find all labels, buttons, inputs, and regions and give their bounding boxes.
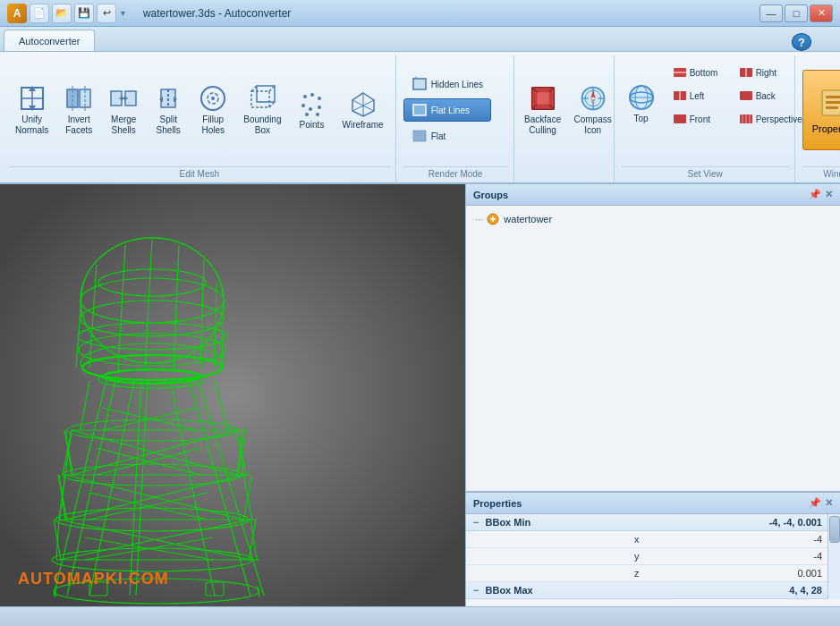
invert-facets-button[interactable]: InvertFacets	[58, 65, 99, 155]
unify-normals-label: UnifyNormals	[15, 114, 48, 136]
properties-panel-pin[interactable]: 📌	[809, 497, 821, 509]
title-bar-controls: — □ ✕	[759, 4, 833, 22]
backface-culling-icon	[529, 84, 557, 113]
viewport[interactable]: AUTOMAPKI.COM	[0, 184, 465, 606]
properties-panel: Properties 📌 ✕ − BBox Min -4, -4, 0.001	[465, 493, 840, 606]
groups-panel-title: Groups	[473, 190, 508, 200]
groups-panel-close[interactable]: ✕	[825, 189, 833, 200]
bottom-view-icon	[673, 65, 687, 80]
bounding-box-button[interactable]: BoundingBox	[237, 65, 287, 155]
perspective-view-label: Perspective	[756, 114, 802, 124]
render-mode-content: Hidden Lines Flat Lines	[403, 55, 508, 165]
right-view-button[interactable]: Right	[733, 63, 795, 82]
split-shells-icon	[154, 84, 182, 113]
group-dots: ···	[475, 215, 482, 224]
bbox-min-section: − BBox Min -4, -4, 0.001	[466, 514, 840, 531]
backface-content: BackfaceCulling CompassIcon	[522, 55, 608, 165]
split-shells-label: SplitShells	[157, 114, 181, 136]
top-view-button[interactable]: Top	[622, 59, 661, 148]
unify-normals-icon	[18, 84, 47, 113]
left-view-label: Left	[690, 91, 705, 101]
svg-line-24	[269, 102, 275, 107]
qat-dropdown[interactable]: ▼	[119, 9, 127, 18]
left-view-button[interactable]: Left	[666, 86, 729, 106]
svg-rect-41	[413, 105, 426, 115]
bottom-view-button[interactable]: Bottom	[666, 63, 729, 82]
right-panel: Groups 📌 ✕ ··· watertower	[465, 184, 840, 606]
unify-normals-button[interactable]: UnifyNormals	[9, 65, 55, 155]
hidden-lines-button[interactable]: Hidden Lines	[403, 72, 491, 96]
qat-new[interactable]: 📄	[30, 4, 49, 23]
invert-facets-icon	[64, 84, 93, 113]
svg-rect-67	[740, 91, 752, 100]
properties-window-button[interactable]: Properties	[802, 70, 840, 150]
close-button[interactable]: ✕	[810, 4, 833, 22]
properties-panel-controls: 📌 ✕	[809, 497, 833, 509]
svg-rect-68	[674, 114, 686, 123]
top-view-icon	[627, 83, 656, 112]
svg-point-29	[301, 104, 305, 107]
svg-point-28	[318, 97, 321, 100]
wireframe-label: Wireframe	[343, 120, 384, 131]
svg-rect-38	[413, 79, 426, 89]
properties-scrollbar[interactable]	[827, 514, 840, 599]
quick-access-toolbar: A 📄 📂 💾 ↩ ▼	[7, 4, 127, 23]
bounding-box-icon	[248, 84, 276, 113]
main-content: AUTOMAPKI.COM Groups 📌 ✕ ···	[0, 184, 840, 606]
groups-panel-pin[interactable]: 📌	[809, 189, 821, 200]
bbox-min-y-label: y	[627, 548, 669, 565]
svg-point-20	[211, 97, 215, 100]
backface-culling-button[interactable]: BackfaceCulling	[522, 65, 564, 155]
title-bar-left: A 📄 📂 💾 ↩ ▼ watertower.3ds - Autoconvert…	[7, 4, 291, 23]
qat-save[interactable]: 💾	[74, 4, 94, 23]
bbox-max-expand[interactable]: −	[473, 585, 479, 596]
compass-icon-button[interactable]: CompassIcon	[572, 65, 615, 155]
groups-panel-controls: 📌 ✕	[809, 189, 833, 200]
bbox-min-expand[interactable]: −	[473, 517, 479, 528]
svg-rect-81	[0, 184, 465, 606]
flat-button[interactable]: Flat	[403, 124, 491, 148]
group-item-watertower[interactable]: ··· watertower	[470, 209, 836, 229]
wireframe-button[interactable]: Wireframe	[336, 65, 390, 155]
group-watertower-icon	[486, 212, 500, 226]
merge-shells-button[interactable]: MergeShells	[103, 65, 144, 155]
bounding-box-label: BoundingBox	[243, 114, 281, 136]
svg-rect-75	[826, 101, 840, 104]
properties-scroll-area: − BBox Min -4, -4, 0.001 x -4 y -4	[466, 514, 840, 599]
flat-lines-button[interactable]: Flat Lines	[403, 98, 491, 122]
svg-line-22	[251, 86, 257, 91]
points-button[interactable]: Points	[292, 65, 333, 155]
wireframe-icon	[349, 89, 378, 118]
properties-panel-close[interactable]: ✕	[825, 497, 833, 509]
svg-point-26	[303, 95, 307, 98]
render-col: Hidden Lines Flat Lines	[403, 55, 491, 165]
left-view-icon	[673, 89, 687, 103]
maximize-button[interactable]: □	[785, 4, 808, 22]
groups-panel: Groups 📌 ✕ ··· watertower	[465, 184, 840, 493]
minimize-button[interactable]: —	[759, 4, 783, 22]
back-view-button[interactable]: Back	[733, 86, 795, 106]
compass-icon-label: CompassIcon	[574, 114, 612, 136]
svg-rect-42	[413, 131, 426, 141]
tab-autoconverter[interactable]: Autoconverter	[4, 30, 95, 51]
properties-table: − BBox Min -4, -4, 0.001 x -4 y -4	[466, 514, 840, 599]
merge-shells-icon	[109, 84, 138, 113]
windows-label: Windows	[802, 166, 840, 182]
svg-point-32	[305, 113, 309, 116]
bbox-min-z-row: z 0.001	[466, 565, 840, 582]
bbox-min-value: -4, -4, 0.001	[669, 514, 840, 531]
svg-point-30	[309, 107, 312, 111]
back-view-icon	[739, 89, 753, 103]
view-row-2: Left Back	[666, 86, 809, 106]
group-watertower-label: watertower	[504, 214, 552, 224]
help-button[interactable]: ?	[792, 33, 811, 51]
bbox-min-z-label: z	[627, 565, 669, 582]
qat-open[interactable]: 📂	[52, 4, 72, 23]
properties-panel-header: Properties 📌 ✕	[466, 493, 840, 514]
front-view-button[interactable]: Front	[666, 109, 729, 129]
fillup-holes-button[interactable]: FillupHoles	[192, 65, 233, 155]
svg-point-33	[316, 113, 319, 116]
qat-undo[interactable]: ↩	[97, 4, 116, 23]
split-shells-button[interactable]: SplitShells	[148, 65, 189, 155]
scrollbar-thumb[interactable]	[829, 516, 840, 543]
